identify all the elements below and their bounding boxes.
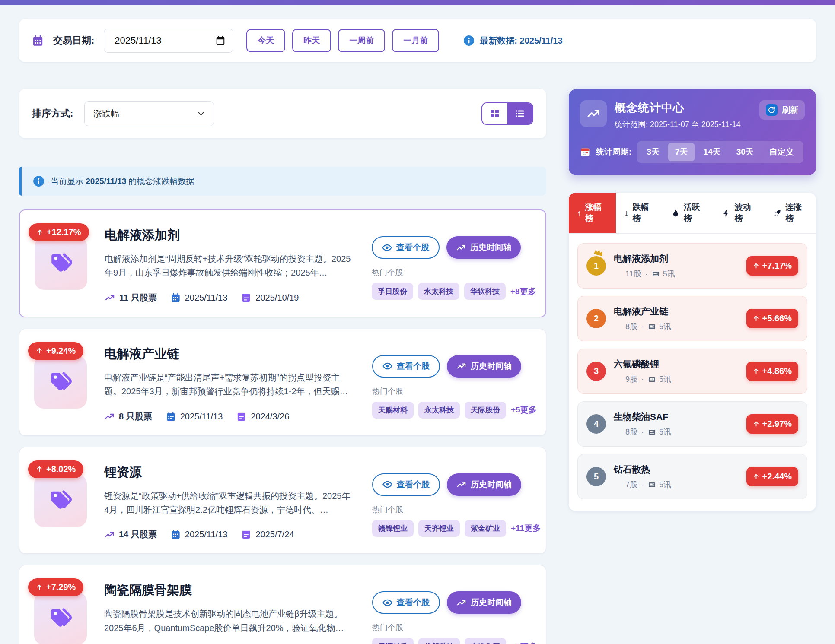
- stock-tag[interactable]: 华软科技: [464, 283, 506, 300]
- stock-tag[interactable]: 赣锋锂业: [372, 520, 414, 537]
- more-tags-link[interactable]: +5更多: [511, 404, 537, 416]
- info-icon: [463, 35, 475, 46]
- refresh-label: 刷新: [782, 105, 798, 116]
- date-picker-icon[interactable]: [216, 35, 225, 46]
- tab-streak[interactable]: 连涨榜: [765, 193, 816, 233]
- quick-today-button[interactable]: 今天: [246, 29, 285, 52]
- tab-active[interactable]: 活跃榜: [663, 193, 714, 233]
- calendar-icon: [166, 412, 176, 422]
- stock-tag[interactable]: 天齐锂业: [418, 520, 460, 537]
- ranking-item[interactable]: 5 钻石散热 7股 · 5: [577, 454, 807, 499]
- tab-volatility[interactable]: 波动榜: [714, 193, 765, 233]
- history-timeline-button[interactable]: 历史时间轴: [446, 236, 521, 259]
- up-arrow-icon: [753, 368, 759, 375]
- news-icon: [648, 323, 656, 331]
- concept-description: 陶瓷隔膜骨架膜是技术创新驱动的固态电池产业链β升级主题。2025年6月，Quan…: [104, 607, 355, 635]
- stock-tag[interactable]: 星源材质: [372, 638, 414, 644]
- news-icon: [652, 270, 660, 278]
- date-toolbar: 交易日期: 2025/11/13 今天 昨天 一周前 一月前 最新数据: 202…: [19, 19, 816, 62]
- top-accent-bar: [0, 0, 835, 5]
- chart-icon: [456, 243, 466, 253]
- calendar-note-icon: [241, 293, 251, 303]
- tab-gainers[interactable]: ↑ 涨幅榜: [569, 193, 616, 233]
- view-stocks-button[interactable]: 查看个股: [372, 473, 440, 496]
- period-custom-button[interactable]: 自定义: [762, 143, 801, 161]
- history-timeline-button[interactable]: 历史时间轴: [447, 473, 521, 496]
- chart-icon: [614, 375, 622, 384]
- stock-tag[interactable]: 佛塑科技: [418, 638, 460, 644]
- stock-tag[interactable]: 天际股份: [465, 402, 506, 419]
- ranking-item[interactable]: 3 六氟磷酸锂 9股 ·: [577, 349, 807, 394]
- banner-date: 2025/11/13: [86, 177, 126, 186]
- concept-description: 锂资源是“政策驱动+供给收缩”双重逻辑共振的投资主题。2025年4月，四川雅江官…: [104, 489, 355, 517]
- view-stocks-button[interactable]: 查看个股: [372, 591, 440, 614]
- stock-tag[interactable]: 天赐材料: [372, 402, 414, 419]
- tags-icon: [48, 488, 73, 513]
- rank-concept-title: 电解液添加剂: [614, 253, 739, 265]
- quick-week-ago-button[interactable]: 一周前: [338, 29, 385, 52]
- concept-card-actions: 查看个股 历史时间轴 热门个股 孚日股份 永太科技 华软科技 +8更多: [372, 225, 531, 304]
- concept-stats: 11 只股票 2025/11/13: [105, 292, 354, 304]
- more-tags-link[interactable]: +5更多: [511, 641, 537, 644]
- period-7d-button[interactable]: 7天: [668, 143, 695, 161]
- page-container: 交易日期: 2025/11/13 今天 昨天 一周前 一月前 最新数据: 202…: [0, 5, 835, 644]
- rank-change-badge: +7.17%: [746, 256, 798, 276]
- stock-tag[interactable]: 孚日股份: [372, 283, 413, 300]
- history-timeline-button[interactable]: 历史时间轴: [447, 355, 521, 378]
- stock-count-stat: 11 只股票: [105, 292, 157, 304]
- refresh-button[interactable]: 刷新: [759, 100, 805, 120]
- stock-tag[interactable]: 东峰集团: [465, 638, 506, 644]
- rank-news: 5讯: [652, 269, 675, 279]
- tags-icon: [48, 251, 73, 276]
- update-date-stat: 2025/11/13: [171, 530, 228, 539]
- rank-number-badge: 5: [586, 467, 606, 486]
- stats-range-text: 统计范围: 2025-11-07 至 2025-11-14: [615, 119, 740, 130]
- calendar-icon: [32, 35, 44, 47]
- change-value: +8.02%: [46, 464, 76, 474]
- up-arrow-icon: [753, 315, 759, 322]
- more-tags-link[interactable]: +11更多: [511, 523, 541, 534]
- tab-losers[interactable]: ↓ 跌幅榜: [616, 193, 663, 233]
- period-30d-button[interactable]: 30天: [729, 143, 761, 161]
- change-value: +7.29%: [46, 582, 76, 592]
- view-stocks-button[interactable]: 查看个股: [372, 236, 440, 259]
- hot-stocks-label: 热门个股: [372, 267, 531, 278]
- chart-icon: [614, 270, 622, 278]
- quick-month-ago-button[interactable]: 一月前: [392, 29, 439, 52]
- update-date-stat: 2025/11/13: [171, 293, 228, 303]
- list-view-button[interactable]: [507, 103, 532, 124]
- banner-prefix: 当前显示: [51, 177, 83, 186]
- chart-icon: [456, 598, 466, 608]
- view-stocks-button[interactable]: 查看个股: [372, 355, 440, 378]
- trending-up-icon: [586, 107, 600, 121]
- rank-change-badge: +5.66%: [746, 309, 798, 328]
- sort-select[interactable]: 涨跌幅: [84, 101, 214, 126]
- ranking-list: 1 电解液添加剂 11股 ·: [569, 234, 816, 511]
- origin-date-stat: 2024/3/26: [236, 412, 289, 422]
- rank-news: 5讯: [648, 427, 671, 437]
- ranking-item[interactable]: 1 电解液添加剂 11股 ·: [577, 243, 807, 289]
- quick-yesterday-button[interactable]: 昨天: [292, 29, 331, 52]
- more-tags-link[interactable]: +8更多: [510, 286, 536, 297]
- concept-card-list: +12.17% 电解液添加剂 电解液添加剂是“周期反转+技术升级”双轮驱动的投资…: [19, 209, 546, 644]
- chart-icon: [614, 480, 622, 489]
- sort-label: 排序方式:: [32, 107, 73, 120]
- change-badge: +9.24%: [28, 342, 83, 360]
- stock-tag[interactable]: 永太科技: [418, 283, 459, 300]
- ranking-item[interactable]: 2 电解液产业链 8股 ·: [577, 296, 807, 341]
- stock-tag[interactable]: 紫金矿业: [465, 520, 506, 537]
- stock-tag[interactable]: 永太科技: [418, 402, 460, 419]
- rank-stocks: 9股: [614, 374, 637, 384]
- period-14d-button[interactable]: 14天: [696, 143, 728, 161]
- view-toggle: [481, 102, 533, 125]
- period-3d-button[interactable]: 3天: [639, 143, 667, 161]
- concept-card: +7.29% 陶瓷隔膜骨架膜 陶瓷隔膜骨架膜是技术创新驱动的固态电池产业链β升级…: [19, 565, 546, 644]
- grid-view-button[interactable]: [482, 103, 507, 124]
- history-timeline-button[interactable]: 历史时间轴: [447, 591, 521, 614]
- ranking-item[interactable]: 4 生物柴油SAF 8股 ·: [577, 401, 807, 447]
- trade-date-input[interactable]: 2025/11/13: [104, 29, 233, 53]
- rank-info: 电解液产业链 8股 · 5讯: [614, 305, 739, 332]
- change-value: +12.17%: [47, 227, 81, 237]
- left-column: 排序方式: 涨跌幅: [19, 89, 546, 644]
- tag-icon-box: [35, 237, 87, 290]
